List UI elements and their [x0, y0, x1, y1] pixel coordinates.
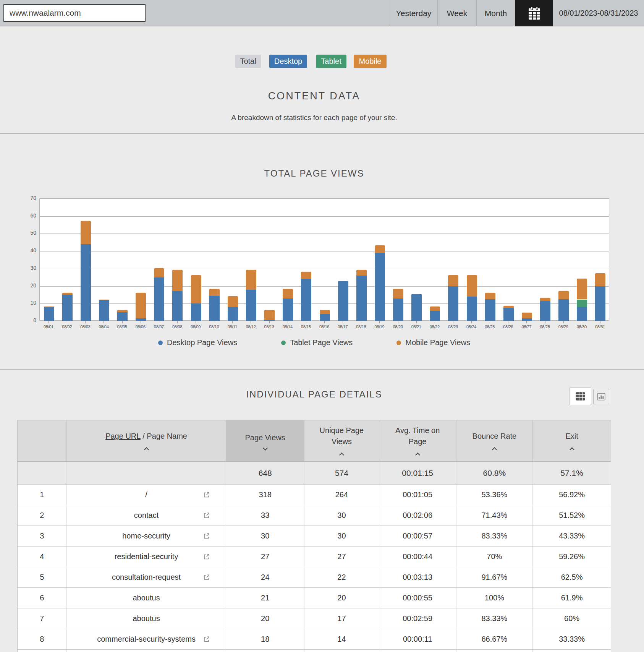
- legend-item-mobile-page-views: Mobile Page Views: [396, 338, 470, 347]
- cell-unique-page-views-value: 30: [337, 532, 346, 540]
- bar-segment-desktop-08-13: [264, 320, 275, 321]
- column-header-page-views[interactable]: Page Views: [226, 420, 304, 462]
- bar-segment-mobile-08-08: [172, 269, 183, 291]
- calendar-icon: [527, 6, 541, 21]
- table-row: 6aboutus212000:00:55100%61.9%: [18, 588, 611, 608]
- chart-view-button[interactable]: [593, 389, 609, 404]
- sort-up-icon: [492, 447, 497, 452]
- summary-cell-2: 648: [226, 462, 304, 485]
- date-range-label: 08/01/2023-08/31/2023: [553, 0, 644, 26]
- page-url-part: Page URL: [105, 432, 141, 440]
- external-link-icon[interactable]: [203, 636, 210, 642]
- column-header-page-url-page-name[interactable]: Page URL / Page Name: [67, 420, 226, 462]
- table-row: 4residential-security272700:00:4470%59.2…: [18, 547, 611, 567]
- chart-title: TOTAL PAGE VIEWS: [17, 168, 611, 179]
- cell-page-name: contact: [67, 505, 226, 526]
- cell-unique-page-views: 17: [304, 608, 379, 629]
- filter-button-desktop[interactable]: Desktop: [269, 55, 307, 68]
- column-header-avg-time-on-page[interactable]: Avg. Time on Page: [379, 420, 456, 462]
- range-button-month[interactable]: Month: [476, 0, 515, 26]
- bar-segment-desktop-08-03: [81, 244, 91, 321]
- cell-avg-time-on-page: 00:00:57: [379, 526, 456, 547]
- x-axis-label: 08/31: [591, 324, 610, 329]
- external-link-icon[interactable]: [203, 574, 210, 581]
- x-axis-label: 08/17: [333, 324, 352, 329]
- cell-page-views: 20: [226, 608, 304, 629]
- cell-partial-6: [533, 650, 611, 652]
- x-axis-tick: [324, 321, 325, 323]
- cell-bounce-rate-value: 100%: [485, 594, 504, 602]
- cell-row-number: 4: [18, 547, 67, 567]
- bar-segment-mobile-08-22: [430, 306, 440, 310]
- cell-bounce-rate-value: 91.67%: [481, 573, 507, 582]
- x-axis-tick: [398, 321, 398, 323]
- cell-page-views: 318: [226, 485, 304, 505]
- column-header-row-number: [18, 420, 67, 462]
- external-link-icon[interactable]: [203, 512, 210, 519]
- bar-segment-desktop-08-18: [356, 276, 367, 321]
- cell-exit-value: 33.33%: [559, 635, 585, 644]
- range-button-week[interactable]: Week: [437, 0, 476, 26]
- content-data-header: CONTENT DATA: [17, 90, 611, 102]
- cell-bounce-rate-value: 66.67%: [481, 635, 507, 644]
- column-header-exit[interactable]: Exit: [533, 420, 611, 462]
- bar-segment-desktop-08-20: [393, 298, 403, 321]
- x-axis-tick: [343, 321, 343, 323]
- bar-segment-desktop-08-15: [301, 279, 311, 321]
- chart-title-band: TOTAL PAGE VIEWS: [17, 168, 611, 179]
- cell-row-number: 7: [18, 608, 67, 629]
- filter-button-total[interactable]: Total: [235, 55, 261, 68]
- cell-page-views: 27: [226, 547, 304, 567]
- topbar: YesterdayWeekMonth 08/01/2023-08/31/2023: [0, 0, 644, 26]
- bar-segment-mobile-08-18: [356, 269, 367, 276]
- bar-segment-mobile-08-27: [522, 312, 532, 318]
- external-link-icon[interactable]: [203, 553, 210, 560]
- x-axis-label: 08/13: [260, 324, 279, 329]
- y-axis-label: 40: [21, 247, 36, 253]
- sort-up-icon: [144, 447, 149, 452]
- cell-avg-time-on-page-value: 00:02:59: [403, 614, 432, 623]
- bar-segment-mobile-08-06: [136, 292, 146, 319]
- cell-page-name-value: commercial-security-systems: [97, 635, 196, 644]
- cell-partial-2: [226, 650, 304, 652]
- filter-button-tablet[interactable]: Tablet: [316, 55, 346, 68]
- x-axis-label: 08/06: [131, 324, 150, 329]
- bar-segment-mobile-08-02: [62, 292, 73, 295]
- cell-bounce-rate: 100%: [456, 588, 533, 608]
- x-axis-tick: [177, 321, 178, 323]
- bar-segment-mobile-08-10: [209, 289, 220, 295]
- external-link-icon[interactable]: [203, 533, 210, 539]
- external-link-icon[interactable]: [203, 491, 210, 498]
- x-axis-label: 08/24: [462, 324, 481, 329]
- bar-segment-mobile-08-13: [264, 310, 275, 320]
- column-header-bounce-rate[interactable]: Bounce Rate: [456, 420, 533, 462]
- cell-avg-time-on-page: 00:02:06: [379, 505, 456, 526]
- x-axis-tick: [508, 321, 508, 323]
- cell-unique-page-views-value: 14: [337, 635, 346, 644]
- column-header-unique-page-views[interactable]: Unique Page Views: [304, 420, 379, 462]
- bar-segment-mobile-08-14: [283, 289, 293, 298]
- cell-avg-time-on-page-value: 00:01:05: [403, 490, 432, 499]
- table-view-button[interactable]: [569, 388, 591, 405]
- cell-bounce-rate-value: 83.33%: [481, 614, 507, 623]
- bar-segment-desktop-08-01: [44, 307, 54, 321]
- content-data-subtitle-band: A breakdown of statistics for each page …: [17, 114, 611, 122]
- cell-avg-time-on-page-value: 00:00:55: [403, 594, 432, 602]
- summary-cell-5: 60.8%: [456, 462, 533, 485]
- gridline-10: [40, 303, 609, 304]
- cell-page-views: 21: [226, 588, 304, 608]
- page-title: CONTENT DATA: [17, 90, 611, 102]
- cell-exit-value: 61.9%: [561, 594, 583, 602]
- y-axis-label: 20: [21, 282, 36, 289]
- calendar-button[interactable]: [515, 0, 553, 26]
- x-axis-tick: [196, 321, 196, 323]
- cell-unique-page-views-value: 27: [337, 552, 346, 561]
- column-header-label: Unique Page Views: [314, 425, 370, 447]
- summary-cell-6: 57.1%: [533, 462, 611, 485]
- cell-row-number: 1: [18, 485, 67, 505]
- site-url-input[interactable]: [3, 4, 146, 22]
- cell-page-views-value: 318: [259, 490, 271, 499]
- cell-page-views: 18: [226, 629, 304, 650]
- range-button-yesterday[interactable]: Yesterday: [390, 0, 437, 26]
- filter-button-mobile[interactable]: Mobile: [354, 55, 387, 68]
